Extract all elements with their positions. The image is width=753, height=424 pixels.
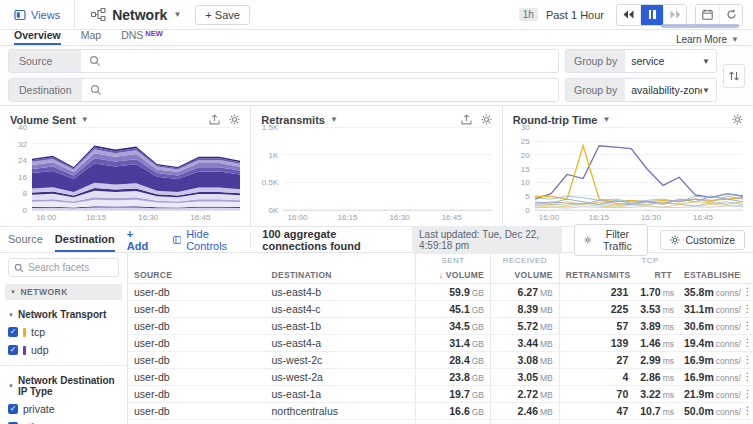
row-menu-button[interactable]: ⋮ (741, 402, 753, 419)
page-title-group[interactable]: Network ▼ (83, 7, 181, 23)
time-range-badge[interactable]: 1h (519, 8, 538, 21)
cell-retransmits: 27 (559, 351, 634, 368)
x-axis-label: 16:00 (36, 213, 56, 222)
row-menu-button[interactable]: ⋮ (741, 283, 753, 300)
cell-source: user-db (128, 351, 266, 368)
row-menu-button[interactable]: ⋮ (741, 317, 753, 334)
facet-section-network[interactable]: ▼ NETWORK (5, 284, 122, 300)
facet-item-private[interactable]: ✓private (8, 403, 119, 415)
facet-item-tcp[interactable]: ✓tcp (8, 326, 119, 338)
row-menu-button[interactable]: ⋮ (741, 300, 753, 317)
gear-icon[interactable] (732, 114, 743, 125)
gear-icon[interactable] (229, 114, 240, 125)
value: 45.1 (449, 303, 469, 315)
table-row[interactable]: user-dbus-east4-a31.4GB3.44MB1391.46ms19… (128, 334, 753, 351)
value: 1.70 (640, 286, 660, 298)
column-header-volume-received[interactable]: VOLUME (491, 267, 560, 283)
gear-icon[interactable] (481, 114, 492, 125)
row-menu-button[interactable]: ⋮ (741, 351, 753, 368)
facet-section-label: NETWORK (20, 287, 67, 297)
facet-group-title[interactable]: ▼Network Transport (8, 309, 119, 320)
checkbox-checked[interactable]: ✓ (8, 327, 18, 337)
source-search-input[interactable] (109, 50, 558, 72)
views-button[interactable]: Views (0, 0, 75, 29)
table-row[interactable]: user-dbus-west-2c28.4GB3.08MB272.99ms16.… (128, 351, 753, 368)
export-icon[interactable] (209, 114, 220, 125)
tab-dns[interactable]: DNSNEW (121, 29, 163, 45)
y-axis-label: 0 (23, 207, 27, 215)
table-row[interactable]: user-dbus-west-2a23.8GB3.05MB42.86ms16.9… (128, 368, 753, 385)
row-menu-button[interactable]: ⋮ (741, 334, 753, 351)
cell-retransmits: 70 (559, 385, 634, 402)
table-row[interactable]: user-dbus-east-1a19.7GB2.72MB703.22ms21.… (128, 385, 753, 402)
source-search-field[interactable]: Source (8, 49, 559, 73)
destination-search-field[interactable]: Destination (8, 78, 559, 102)
calendar-button[interactable] (696, 5, 719, 25)
facet-item-label: private (23, 403, 55, 415)
scrollbar-thumb[interactable] (661, 24, 739, 28)
column-header-volume-sent[interactable]: ↓ VOLUME (416, 267, 491, 283)
table-row[interactable]: user-dbus-east-1b34.5GB5.72MB573.89ms30.… (128, 317, 753, 334)
tab-source[interactable]: Source (8, 227, 43, 252)
chevron-down-icon[interactable]: ▼ (602, 115, 610, 124)
export-icon[interactable] (461, 114, 472, 125)
jump-back-button[interactable] (617, 5, 640, 25)
table-row[interactable]: user-dbus-east4-c45.1GB8.39MB2253.53ms31… (128, 300, 753, 317)
checkbox-checked[interactable]: ✓ (8, 404, 18, 414)
facet-search-field[interactable] (8, 258, 119, 277)
facet-search-input[interactable] (28, 262, 113, 273)
hide-controls-button[interactable]: Hide Controls (173, 228, 238, 252)
jump-back-icon (623, 10, 634, 19)
learn-more-button[interactable]: Learn More ▼ (676, 34, 739, 45)
value: 34.5 (449, 320, 469, 332)
column-header-retransmits[interactable]: RETRANSMITS (559, 267, 634, 283)
table-row-partial[interactable]: ⋮ (128, 419, 753, 424)
checkbox-checked[interactable]: ✓ (8, 345, 18, 355)
destination-search-input[interactable] (110, 79, 558, 101)
column-header-rtt[interactable]: RTT (634, 267, 678, 283)
cell-rtt: 2.86ms (634, 368, 678, 385)
destination-group-by-select[interactable]: Group by availability-zone ▼ (565, 78, 717, 102)
cell-volume-sent: 31.4GB (416, 334, 491, 351)
pause-button[interactable] (640, 5, 663, 25)
table-row[interactable]: user-dbus-east4-b59.9GB6.27MB2311.70ms35… (128, 283, 753, 300)
x-axis-label: 16:00 (539, 213, 559, 222)
column-header-established[interactable]: ESTABLISHED C... (678, 267, 741, 283)
save-button[interactable]: + Save (195, 5, 250, 25)
group-header-tcp: TCP (559, 253, 740, 267)
row-menu-button[interactable]: ⋮ (741, 419, 753, 424)
customize-button[interactable]: Customize (660, 230, 745, 250)
add-tab-button[interactable]: + Add (127, 228, 151, 252)
unit: GB (472, 390, 484, 400)
chevron-down-icon: ▼ (10, 289, 16, 295)
cell-volume-received: 5.72MB (491, 317, 560, 334)
value: 28.4 (449, 354, 469, 366)
chevron-down-icon[interactable]: ▼ (330, 115, 338, 124)
y-axis-label: 0K (269, 207, 279, 215)
tab-map[interactable]: Map (81, 29, 101, 45)
column-header-source[interactable]: SOURCE (128, 267, 266, 283)
column-header-destination[interactable]: DESTINATION (266, 267, 416, 283)
cell-destination: us-west-2c (266, 351, 416, 368)
facet-item-udp[interactable]: ✓udp (8, 344, 119, 356)
swap-source-destination-button[interactable] (723, 64, 745, 88)
cell-rtt: 1.46ms (634, 334, 678, 351)
jump-forward-button[interactable] (663, 5, 686, 25)
row-menu-button[interactable]: ⋮ (741, 385, 753, 402)
row-menu-button[interactable]: ⋮ (741, 368, 753, 385)
tab-destination[interactable]: Destination (55, 227, 115, 252)
y-axis-label: 20 (521, 152, 530, 160)
filter-traffic-button[interactable]: Filter Traffic (574, 224, 649, 256)
cell-established: 16.9mconns/s (678, 351, 741, 368)
facet-group-title[interactable]: ▼Network Destination IP Type (8, 375, 119, 397)
refresh-button[interactable] (719, 5, 742, 25)
tab-overview[interactable]: Overview (14, 29, 61, 45)
source-group-by-select[interactable]: Group by service ▼ (565, 49, 717, 73)
table-row[interactable]: user-dbnorthcentralus16.6GB2.46MB4710.7m… (128, 402, 753, 419)
cell-source: user-db (128, 283, 266, 300)
chevron-down-icon[interactable]: ▼ (81, 115, 89, 124)
x-axis-label: 16:15 (86, 213, 106, 222)
facet-item-label: udp (31, 344, 49, 356)
bar-series (283, 128, 491, 210)
cell-empty (266, 419, 416, 424)
